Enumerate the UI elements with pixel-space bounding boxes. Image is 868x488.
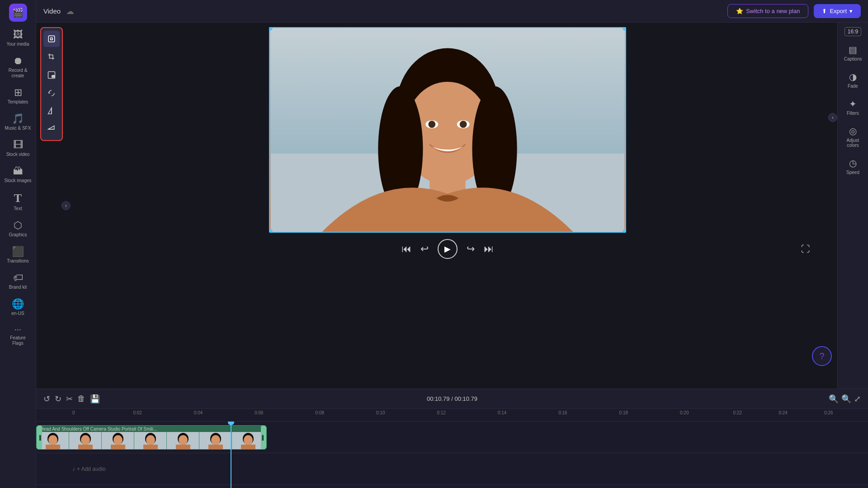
select-tool[interactable] xyxy=(43,31,60,47)
sidebar-item-label: FeatureFlags xyxy=(10,335,25,346)
sidebar-item-stock-video[interactable]: 🎞 Stock video xyxy=(0,136,36,162)
clip-thumbnail xyxy=(69,432,102,449)
sidebar-item-label: Your media xyxy=(6,42,29,47)
speed-icon: ◷ xyxy=(849,158,857,169)
redo-button[interactable]: ↻ xyxy=(55,394,61,404)
speed-button[interactable]: ◷ Speed xyxy=(840,154,866,178)
timeline-ruler: 0 0:02 0:04 0:06 0:08 0:10 0:12 0:14 0:1… xyxy=(36,409,868,422)
adjust-colors-icon: ◎ xyxy=(849,126,857,136)
flip-v-tool[interactable] xyxy=(43,121,60,137)
collapse-right-panel-button[interactable]: ‹ xyxy=(828,113,837,122)
pip-tool[interactable] xyxy=(43,67,60,83)
sidebar-item-your-media[interactable]: 🖼 Your media xyxy=(0,25,36,52)
fade-icon: ◑ xyxy=(849,71,857,82)
sidebar-item-label: Stock images xyxy=(4,178,31,183)
clip-thumbnail xyxy=(167,432,199,449)
preview-area: ⏮ ↩ ▶ ↪ ⏭ ⛶ xyxy=(67,23,828,389)
svg-point-46 xyxy=(244,435,253,445)
sidebar-item-music-sfx[interactable]: 🎵 Music & SFX xyxy=(0,109,36,136)
left-toolbar: › xyxy=(36,23,67,389)
cut-button[interactable]: ✂ xyxy=(66,394,73,404)
sidebar-item-label: Stock video xyxy=(6,152,30,157)
svg-point-17 xyxy=(428,121,435,128)
clip-thumbnail xyxy=(232,432,264,449)
video-preview xyxy=(270,28,625,232)
flip-h-tool[interactable] xyxy=(43,103,60,119)
clip-thumbnail xyxy=(134,432,167,449)
sidebar-item-record-create[interactable]: ⏺ Record &create xyxy=(0,52,36,83)
svg-rect-23 xyxy=(46,445,60,449)
track-content-video: ▐ Head And Shoulders Off Camera Studio P… xyxy=(36,422,868,453)
sidebar-item-locale[interactable]: 🌐 en-US xyxy=(0,295,36,321)
timeline-tracks: ▐ Head And Shoulders Off Camera Studio P… xyxy=(36,422,868,488)
playhead[interactable] xyxy=(231,422,231,488)
clip-handle-right[interactable]: ▌ xyxy=(261,426,266,449)
help-button[interactable]: ? xyxy=(812,346,832,366)
skip-to-start-button[interactable]: ⏮ xyxy=(401,243,411,255)
switch-plan-button[interactable]: ⭐ Switch to a new plan xyxy=(727,4,808,18)
captions-label: Captions xyxy=(844,56,862,61)
svg-point-26 xyxy=(81,435,90,445)
svg-point-38 xyxy=(179,435,188,445)
main-area: Video ☁ ⭐ Switch to a new plan ⬆ Export … xyxy=(36,0,868,488)
svg-marker-5 xyxy=(48,126,55,130)
aspect-ratio-badge[interactable]: 16:9 xyxy=(844,27,861,36)
sidebar-item-stock-images[interactable]: 🏔 Stock images xyxy=(0,162,36,188)
svg-rect-31 xyxy=(111,445,125,449)
play-button[interactable]: ▶ xyxy=(438,239,458,259)
clip-handle-left[interactable]: ▐ xyxy=(37,426,42,449)
zoom-in-button[interactable]: 🔍 xyxy=(829,394,839,404)
app-logo: 🎬 xyxy=(9,4,27,22)
rewind-button[interactable]: ↩ xyxy=(420,243,429,255)
sidebar-item-transitions[interactable]: ⬛ Transitions xyxy=(0,242,36,268)
filters-button[interactable]: ✦ Filters xyxy=(840,95,866,119)
sidebar-item-feature-flags[interactable]: ··· FeatureFlags xyxy=(0,321,36,351)
video-track: ▐ Head And Shoulders Off Camera Studio P… xyxy=(36,422,868,453)
svg-rect-39 xyxy=(176,445,190,449)
fade-button[interactable]: ◑ Fade xyxy=(840,68,866,92)
rotate-tool[interactable] xyxy=(43,85,60,101)
filters-label: Filters xyxy=(847,111,859,116)
playback-controls: ⏮ ↩ ▶ ↪ ⏭ ⛶ xyxy=(76,239,819,259)
svg-point-22 xyxy=(48,435,57,445)
sidebar-item-graphics[interactable]: ⬡ Graphics xyxy=(0,216,36,242)
feature-flags-icon: ··· xyxy=(14,325,21,333)
zoom-out-button[interactable]: 🔍 xyxy=(841,394,851,404)
svg-rect-43 xyxy=(208,445,223,449)
add-audio-button[interactable]: ♪ + Add audio xyxy=(72,466,106,472)
cloud-icon[interactable]: ☁ xyxy=(66,6,74,16)
page-title: Video xyxy=(43,7,61,15)
video-clip[interactable]: ▐ Head And Shoulders Off Camera Studio P… xyxy=(36,425,267,450)
fit-timeline-button[interactable]: ⤢ xyxy=(854,394,861,404)
export-button[interactable]: ⬆ Export ▾ xyxy=(814,4,861,18)
timeline: ↺ ↻ ✂ 🗑 💾 00:10.79 / 00:10.79 🔍 🔍 ⤢ 0 0:… xyxy=(36,389,868,488)
captions-button[interactable]: ▤ Captions xyxy=(840,41,866,65)
speed-label: Speed xyxy=(846,170,859,175)
topbar: Video ☁ ⭐ Switch to a new plan ⬆ Export … xyxy=(36,0,868,23)
your-media-icon: 🖼 xyxy=(13,30,23,40)
delete-button[interactable]: 🗑 xyxy=(77,394,85,404)
sidebar-item-label: Transitions xyxy=(7,258,29,264)
fullscreen-button[interactable]: ⛶ xyxy=(801,244,810,254)
sidebar-item-templates[interactable]: ⊞ Templates xyxy=(0,83,36,109)
adjust-colors-button[interactable]: ◎ Adjustcolors xyxy=(840,122,866,151)
timeline-toolbar: ↺ ↻ ✂ 🗑 💾 00:10.79 / 00:10.79 🔍 🔍 ⤢ xyxy=(36,389,868,409)
sidebar-item-text[interactable]: T Text xyxy=(0,188,36,216)
undo-button[interactable]: ↺ xyxy=(43,394,50,404)
filters-icon: ✦ xyxy=(849,99,857,109)
fast-forward-button[interactable]: ↪ xyxy=(467,243,475,255)
clip-label: Head And Shoulders Off Camera Studio Por… xyxy=(40,427,157,432)
save-button[interactable]: 💾 xyxy=(90,394,100,404)
crop-tool[interactable] xyxy=(43,49,60,65)
brand-icon: 🏷 xyxy=(13,273,23,283)
clip-thumbnail xyxy=(102,432,134,449)
question-mark-icon: ? xyxy=(819,351,824,361)
sidebar-item-brand-kit[interactable]: 🏷 Brand kit xyxy=(0,268,36,295)
sidebar-item-label: Brand kit xyxy=(9,285,27,290)
stock-video-icon: 🎞 xyxy=(13,140,23,150)
corner-handle-br[interactable] xyxy=(623,229,626,233)
content-area: › xyxy=(36,23,868,389)
toolbar-panel xyxy=(40,27,63,141)
skip-to-end-button[interactable]: ⏭ xyxy=(484,243,494,255)
right-panel: 16:9 ▤ Captions ◑ Fade ✦ Filters ◎ Adjus… xyxy=(837,23,868,389)
